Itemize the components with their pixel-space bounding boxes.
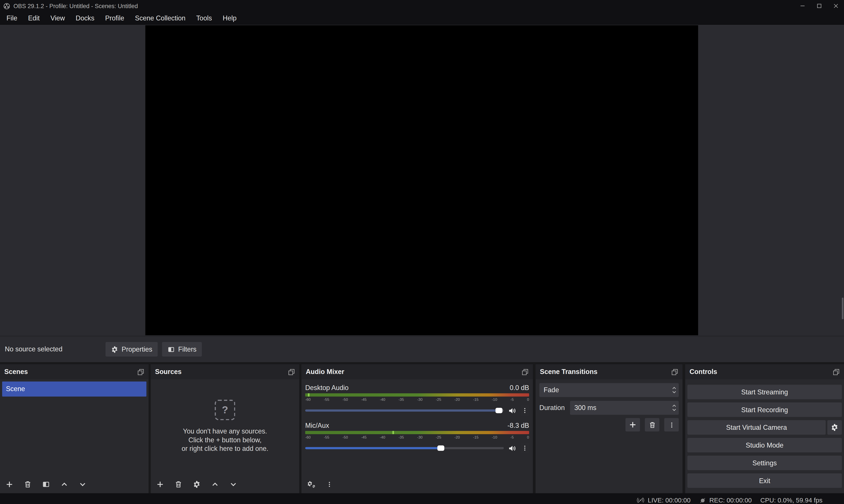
slider-fill — [305, 447, 441, 449]
sources-toolbar — [151, 475, 299, 493]
menu-profile[interactable]: Profile — [100, 12, 130, 24]
obs-window: OBS 29.1.2 - Profile: Untitled - Scenes:… — [0, 0, 844, 504]
volume-slider[interactable] — [305, 444, 504, 453]
scenes-dock-header[interactable]: Scenes — [0, 364, 148, 379]
volume-slider-row — [305, 444, 529, 453]
menu-file[interactable]: File — [1, 12, 23, 24]
duration-value: 300 ms — [570, 404, 669, 412]
duration-label: Duration — [540, 404, 570, 412]
transitions-dock-body: Fade Duration 300 ms — [535, 379, 683, 493]
remove-scene-icon[interactable] — [24, 480, 32, 488]
sources-dock-header[interactable]: Sources — [151, 364, 299, 379]
meter-tick-scale: -60-55-50-45-40-35-30-25-20-15-10-50 — [305, 435, 529, 440]
record-dot-icon — [699, 497, 706, 504]
mixer-channel-desktop-audio: Desktop Audio 0.0 dB -60-55-50-45-40-35-… — [305, 384, 529, 415]
meter-tick-label: 0 — [527, 435, 529, 440]
add-scene-icon[interactable] — [5, 480, 13, 488]
mixer-options-icon[interactable] — [326, 480, 332, 488]
scene-list: Scene — [0, 379, 148, 399]
splitter-handle[interactable] — [842, 298, 843, 319]
transition-options-icon[interactable] — [664, 418, 679, 432]
studio-mode-button[interactable]: Studio Mode — [687, 438, 842, 452]
channel-header: Desktop Audio 0.0 dB — [305, 384, 529, 392]
menu-view[interactable]: View — [45, 12, 70, 24]
exit-button[interactable]: Exit — [687, 473, 842, 488]
title-bar: OBS 29.1.2 - Profile: Untitled - Scenes:… — [0, 0, 844, 12]
popout-icon[interactable] — [288, 368, 295, 375]
move-source-down-icon[interactable] — [229, 480, 238, 488]
popout-icon[interactable] — [671, 368, 678, 375]
sources-empty-line: You don't have any sources. — [183, 427, 267, 435]
meter-tick-label: -35 — [398, 397, 404, 402]
popout-icon[interactable] — [137, 368, 144, 375]
transitions-dock-title: Scene Transitions — [540, 368, 597, 376]
rec-status: REC: 00:00:00 — [699, 497, 752, 504]
popout-icon[interactable] — [522, 368, 529, 375]
settings-button[interactable]: Settings — [687, 456, 842, 470]
slider-handle[interactable] — [495, 408, 502, 413]
scenes-dock: Scenes Scene — [0, 364, 148, 493]
minimize-icon[interactable] — [794, 0, 811, 12]
virtual-camera-config-button[interactable] — [827, 420, 842, 435]
controls-dock-body: Start Streaming Start Recording Start Vi… — [685, 379, 844, 493]
preview-canvas[interactable] — [145, 25, 698, 335]
controls-dock-header[interactable]: Controls — [685, 364, 844, 379]
scenes-dock-title: Scenes — [4, 368, 28, 376]
sources-dock-body: ? You don't have any sources. Click the … — [151, 379, 299, 493]
meter-tick-label: -20 — [454, 435, 460, 440]
popout-icon[interactable] — [833, 368, 840, 375]
gear-icon — [831, 424, 839, 432]
filters-button[interactable]: Filters — [162, 342, 202, 356]
properties-button-label: Properties — [122, 345, 153, 353]
meter-tick-scale: -60-55-50-45-40-35-30-25-20-15-10-50 — [305, 397, 529, 402]
add-source-icon[interactable] — [156, 480, 164, 488]
move-scene-down-icon[interactable] — [79, 480, 87, 488]
meter-tick-label: -5 — [510, 397, 514, 402]
menu-tools[interactable]: Tools — [191, 12, 217, 24]
close-icon[interactable] — [827, 0, 844, 12]
mute-speaker-icon[interactable] — [508, 407, 516, 415]
volume-slider[interactable] — [305, 406, 504, 415]
menu-help[interactable]: Help — [217, 12, 242, 24]
transitions-dock-header[interactable]: Scene Transitions — [535, 364, 683, 379]
advanced-audio-properties-icon[interactable] — [307, 480, 316, 488]
properties-button[interactable]: Properties — [105, 342, 158, 356]
meter-tick-label: -50 — [342, 435, 348, 440]
audio-mixer-dock-header[interactable]: Audio Mixer — [301, 364, 533, 379]
remove-transition-icon[interactable] — [645, 418, 660, 432]
question-mark-icon: ? — [215, 399, 235, 420]
scene-filters-icon[interactable] — [42, 480, 50, 488]
start-virtual-camera-button[interactable]: Start Virtual Camera — [687, 420, 826, 435]
menu-docks[interactable]: Docks — [70, 12, 100, 24]
channel-options-icon[interactable] — [521, 443, 529, 453]
menu-scene-collection[interactable]: Scene Collection — [130, 12, 191, 24]
transition-select[interactable]: Fade — [540, 383, 679, 397]
add-transition-icon[interactable] — [626, 418, 640, 432]
combo-arrows-icon[interactable] — [669, 386, 679, 394]
meter-tick-label: -35 — [398, 435, 404, 440]
move-source-up-icon[interactable] — [211, 480, 219, 488]
maximize-icon[interactable] — [811, 0, 827, 12]
spinbox-arrows-icon[interactable] — [669, 404, 679, 412]
slider-handle[interactable] — [438, 445, 444, 451]
meter-tick-label: -30 — [417, 435, 423, 440]
source-status-text: No source selected — [5, 345, 63, 353]
source-properties-icon[interactable] — [193, 480, 201, 488]
mute-speaker-icon[interactable] — [508, 444, 516, 452]
transition-actions — [540, 418, 679, 432]
channel-options-icon[interactable] — [521, 405, 529, 416]
meter-peak-indicator — [392, 431, 394, 434]
remove-source-icon[interactable] — [174, 480, 182, 488]
start-recording-button[interactable]: Start Recording — [687, 402, 842, 417]
scene-list-item[interactable]: Scene — [2, 381, 146, 397]
channel-name: Desktop Audio — [305, 384, 349, 392]
sources-empty-state[interactable]: ? You don't have any sources. Click the … — [151, 379, 299, 475]
start-streaming-button[interactable]: Start Streaming — [687, 385, 842, 399]
duration-spinbox[interactable]: 300 ms — [570, 401, 679, 415]
audio-mixer-dock-body: Desktop Audio 0.0 dB -60-55-50-45-40-35-… — [301, 379, 533, 493]
filters-icon — [168, 345, 175, 353]
menu-edit[interactable]: Edit — [23, 12, 45, 24]
meter-tick-label: -55 — [324, 397, 329, 402]
scenes-toolbar — [0, 475, 148, 493]
move-scene-up-icon[interactable] — [60, 480, 68, 488]
